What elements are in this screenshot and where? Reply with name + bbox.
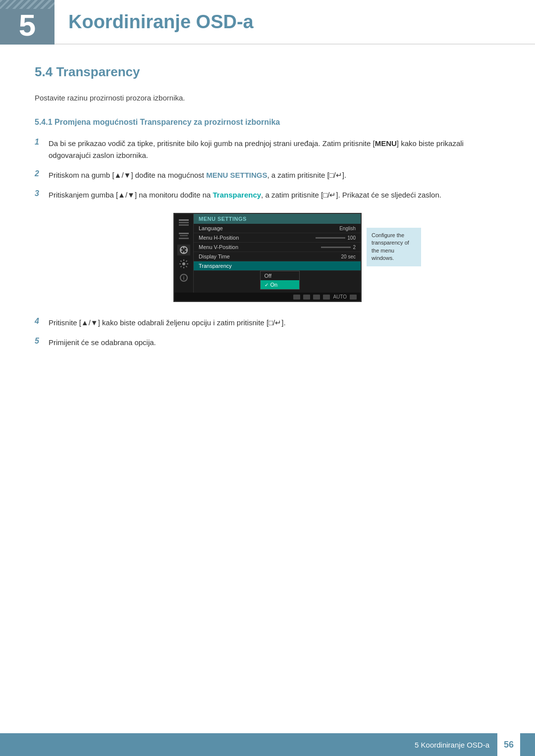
header-number-block: 5 [0,0,54,45]
osd-value-language: English [339,226,356,231]
osd-label-vpos: Menu V-Position [199,244,238,250]
check-icon: ✓ [265,282,268,288]
osd-submenu-on-label: On [270,282,278,288]
osd-btn-up [313,295,320,300]
osd-bottom-bar: AUTO [174,293,361,301]
osd-auto-label: AUTO [333,294,347,300]
transparency-ref: Transparency [213,191,262,199]
main-content: 5.4 Transparency Postavite razinu prozir… [0,64,535,400]
osd-value-vpos: 2 [321,245,356,250]
osd-value-displaytime: 20 sec [341,254,356,259]
osd-menu-row-transparency: Transparency [194,261,361,271]
osd-menu: MENU SETTINGS Language English Menu H-Po… [193,214,361,293]
osd-btn-power [350,295,357,300]
osd-icon-5: i [177,272,190,283]
subtitle-text: Postavite razinu prozirnosti prozora izb… [35,94,500,102]
osd-menu-row-language: Language English [194,224,361,233]
osd-menu-row-vpos: Menu V-Position 2 [194,243,361,252]
subsection-title: Promjena mogućnosti Transparency za proz… [54,118,280,126]
osd-submenu-on: ✓ On [261,280,299,289]
footer-page-number: 56 [497,733,520,756]
osd-submenu-off-label: Off [265,273,271,279]
section-title: Transparency [56,64,140,79]
chapter-number: 5 [19,7,36,43]
svg-rect-4 [180,235,188,236]
header-title-block: Koordiniranje OSD-a [54,0,535,45]
step-item-3: 3 Pritiskanjem gumba [▲/▼] na monitoru d… [35,189,500,201]
osd-bottom-space [194,290,361,293]
step-number-4: 4 [35,317,49,326]
osd-label-language: Language [199,225,223,231]
osd-icon-1 [177,217,190,228]
step-text-1: Da bi se prikazao vodič za tipke, pritis… [49,138,500,161]
osd-label-displaytime: Display Time [199,253,230,259]
osd-wrapper: i MENU SETTINGS Language English M [173,213,362,302]
step-text-4: Pritisnite [▲/▼] kako biste odabrali žel… [49,317,286,329]
osd-value-hpos: 100 [316,235,356,241]
step-text-5: Primijenit će se odabrana opcija. [49,337,156,349]
osd-btn-left [293,295,300,300]
osd-icon-2 [177,231,190,242]
steps-list: 1 Da bi se prikazao vodič za tipke, prit… [35,138,500,201]
step-item-2: 2 Pritiskom na gumb [▲/▼] dođite na mogu… [35,169,500,181]
osd-screen-container: i MENU SETTINGS Language English M [35,213,500,302]
osd-btn-enter [323,295,330,300]
step-number-3: 3 [35,189,49,198]
step-number-5: 5 [35,337,49,346]
step-number-2: 2 [35,169,49,178]
osd-note: Configure the transparency of the menu w… [367,228,421,266]
osd-slider-hpos [316,237,345,239]
osd-slider-vpos [321,247,351,248]
osd-inner: i MENU SETTINGS Language English M [174,214,361,293]
osd-submenu-container: Off ✓ On [194,271,361,290]
step-item-1: 1 Da bi se prikazao vodič za tipke, prit… [35,138,500,161]
step-number-1: 1 [35,138,49,147]
steps-list-after: 4 Pritisnite [▲/▼] kako biste odabrali ž… [35,317,500,349]
step-text-2: Pritiskom na gumb [▲/▼] dođite na mogućn… [49,169,346,181]
osd-menu-title: MENU SETTINGS [194,214,361,224]
section-number: 5.4 [35,64,53,79]
chapter-title: Koordiniranje OSD-a [68,11,254,33]
osd-menu-row-hpos: Menu H-Position 100 [194,233,361,243]
svg-rect-2 [179,224,189,226]
osd-submenu-off: Off [261,271,299,280]
svg-rect-0 [179,219,189,221]
footer-text: 5 Koordiniranje OSD-a [415,741,489,749]
subsection-number: 5.4.1 [35,118,53,126]
menu-settings-ref: MENU SETTINGS [206,171,267,179]
step-item-4: 4 Pritisnite [▲/▼] kako biste odabrali ž… [35,317,500,329]
osd-icons: i [174,214,193,293]
svg-rect-3 [179,233,189,234]
section-heading: 5.4 Transparency [35,64,500,80]
osd-btn-down [303,295,310,300]
osd-icon-3 [177,245,190,255]
svg-point-11 [182,262,185,265]
osd-label-transparency: Transparency [199,263,232,269]
osd-submenu: Off ✓ On [260,271,300,290]
osd-icon-4 [177,258,190,269]
page-footer: 5 Koordiniranje OSD-a 56 [0,733,535,756]
osd-screen: i MENU SETTINGS Language English M [173,213,362,302]
step-item-5: 5 Primijenit će se odabrana opcija. [35,337,500,349]
svg-rect-1 [179,222,189,223]
osd-menu-row-displaytime: Display Time 20 sec [194,252,361,261]
menu-key: MENU [375,139,397,148]
osd-label-hpos: Menu H-Position [199,235,239,241]
step-text-3: Pritiskanjem gumba [▲/▼] na monitoru dođ… [49,189,441,201]
header-banner: 5 Koordiniranje OSD-a [0,0,535,45]
svg-text:i: i [183,275,185,281]
svg-rect-5 [179,238,189,239]
subsection-heading: 5.4.1 Promjena mogućnosti Transparency z… [35,118,500,127]
